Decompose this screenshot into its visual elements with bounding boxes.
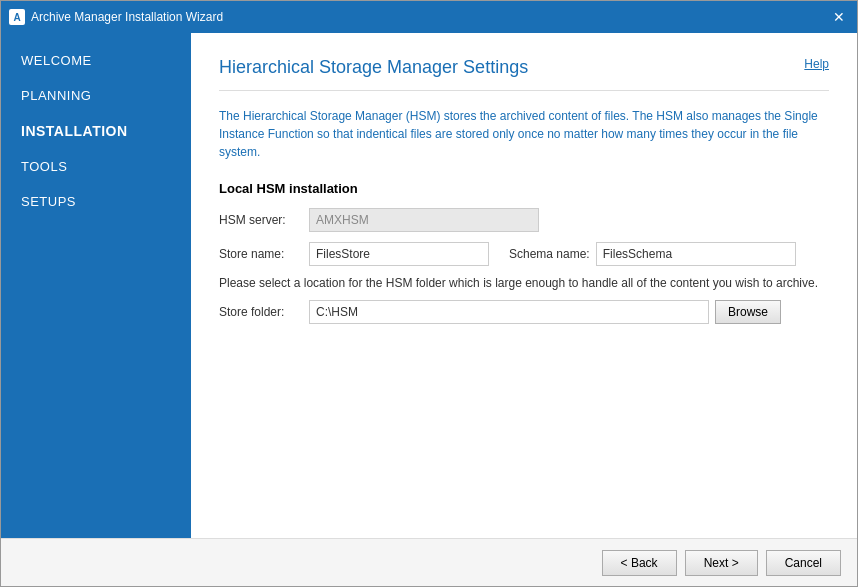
schema-name-label: Schema name: [509,247,590,261]
sidebar: WELCOME PLANNING INSTALLATION TOOLS SETU… [1,33,191,538]
sidebar-item-installation[interactable]: INSTALLATION [1,113,191,149]
main-content: WELCOME PLANNING INSTALLATION TOOLS SETU… [1,33,857,538]
app-icon: A [9,9,25,25]
page-title-row: Hierarchical Storage Manager Settings He… [219,57,829,78]
sidebar-item-tools[interactable]: TOOLS [1,149,191,184]
main-window: A Archive Manager Installation Wizard ✕ … [0,0,858,587]
sidebar-item-setups[interactable]: SETUPS [1,184,191,219]
title-bar-left: A Archive Manager Installation Wizard [9,9,223,25]
store-name-input[interactable] [309,242,489,266]
description-text: The Hierarchical Storage Manager (HSM) s… [219,107,819,161]
hsm-server-row: HSM server: [219,208,829,232]
close-button[interactable]: ✕ [829,7,849,27]
page-title: Hierarchical Storage Manager Settings [219,57,528,78]
browse-button[interactable]: Browse [715,300,781,324]
store-schema-row: Store name: Schema name: [219,242,829,266]
store-folder-row: Store folder: Browse [219,300,829,324]
back-button[interactable]: < Back [602,550,677,576]
store-folder-label: Store folder: [219,305,309,319]
cancel-button[interactable]: Cancel [766,550,841,576]
sidebar-item-planning[interactable]: PLANNING [1,78,191,113]
store-folder-input[interactable] [309,300,709,324]
hsm-server-label: HSM server: [219,213,309,227]
location-note: Please select a location for the HSM fol… [219,276,829,290]
sidebar-item-welcome[interactable]: WELCOME [1,43,191,78]
help-link[interactable]: Help [804,57,829,71]
title-bar: A Archive Manager Installation Wizard ✕ [1,1,857,33]
window-title: Archive Manager Installation Wizard [31,10,223,24]
section-title: Local HSM installation [219,181,829,196]
store-name-label: Store name: [219,247,309,261]
hsm-server-input[interactable] [309,208,539,232]
divider [219,90,829,91]
bottom-bar: < Back Next > Cancel [1,538,857,586]
next-button[interactable]: Next > [685,550,758,576]
schema-name-input[interactable] [596,242,796,266]
content-area: Hierarchical Storage Manager Settings He… [191,33,857,538]
